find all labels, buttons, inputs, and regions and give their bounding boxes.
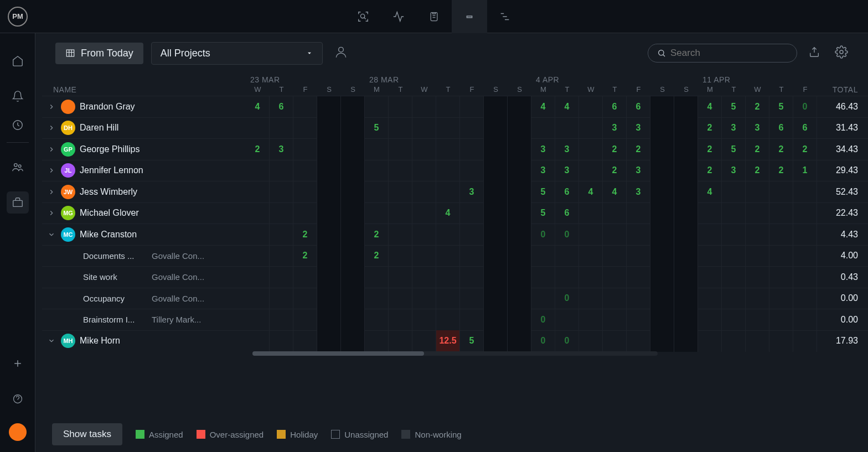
workload-cell[interactable]: 5 xyxy=(460,330,484,352)
workload-cell[interactable]: 6 xyxy=(769,117,793,139)
workload-cell[interactable] xyxy=(769,245,793,267)
workload-cell[interactable] xyxy=(317,330,341,352)
workload-cell[interactable] xyxy=(412,245,436,267)
chevron-right-icon[interactable] xyxy=(46,146,56,153)
workload-cell[interactable] xyxy=(341,202,365,224)
workload-cell[interactable]: 3 xyxy=(555,139,579,160)
workload-cell[interactable] xyxy=(341,160,365,181)
workload-cell[interactable] xyxy=(650,330,674,352)
workload-cell[interactable] xyxy=(436,117,460,139)
workload-cell[interactable] xyxy=(412,267,436,288)
workload-cell[interactable] xyxy=(769,330,793,352)
workload-cell[interactable] xyxy=(722,202,746,224)
workload-cell[interactable] xyxy=(293,267,317,288)
workload-cell[interactable] xyxy=(579,288,603,309)
workload-cell[interactable] xyxy=(769,288,793,309)
workload-cell[interactable]: 6 xyxy=(270,96,293,118)
workload-cell[interactable] xyxy=(674,309,698,331)
workload-cell[interactable]: 2 xyxy=(746,96,769,118)
workload-cell[interactable] xyxy=(603,288,627,309)
workload-cell[interactable] xyxy=(246,330,270,352)
workload-cell[interactable] xyxy=(698,202,722,224)
workload-cell[interactable]: 2 xyxy=(746,160,769,181)
chevron-down-icon[interactable] xyxy=(46,231,56,238)
workload-cell[interactable] xyxy=(389,160,412,181)
workload-cell[interactable] xyxy=(293,330,317,352)
workload-cell[interactable] xyxy=(674,267,698,288)
workload-cell[interactable] xyxy=(317,288,341,309)
chevron-right-icon[interactable] xyxy=(46,103,56,111)
workload-cell[interactable] xyxy=(508,117,531,139)
workload-cell[interactable] xyxy=(484,202,508,224)
workload-cell[interactable] xyxy=(365,330,389,352)
workload-cell[interactable]: 4 xyxy=(698,181,722,203)
workload-cell[interactable] xyxy=(793,267,817,288)
workload-cell[interactable] xyxy=(484,96,508,118)
workload-cell[interactable]: 4 xyxy=(555,96,579,118)
workload-cell[interactable] xyxy=(746,245,769,267)
chevron-down-icon[interactable] xyxy=(46,337,56,345)
home-icon[interactable] xyxy=(7,50,29,72)
workload-cell[interactable]: 3 xyxy=(722,117,746,139)
workload-cell[interactable]: 2 xyxy=(769,160,793,181)
workload-cell[interactable] xyxy=(746,330,769,352)
workload-cell[interactable]: 0 xyxy=(531,224,555,246)
plus-icon[interactable] xyxy=(7,352,29,375)
workload-cell[interactable] xyxy=(412,309,436,331)
subtask-name[interactable]: Brainstorm I... xyxy=(83,315,147,324)
workload-cell[interactable] xyxy=(246,267,270,288)
horizontal-scrollbar[interactable] xyxy=(252,351,658,356)
workload-cell[interactable] xyxy=(722,267,746,288)
workload-cell[interactable] xyxy=(555,267,579,288)
from-today-button[interactable]: From Today xyxy=(55,43,143,64)
workload-cell[interactable] xyxy=(341,288,365,309)
show-tasks-button[interactable]: Show tasks xyxy=(52,423,122,445)
workload-cell[interactable] xyxy=(293,309,317,331)
workload-cell[interactable] xyxy=(293,160,317,181)
workload-cell[interactable]: 4 xyxy=(698,96,722,118)
workload-cell[interactable] xyxy=(317,139,341,160)
workload-cell[interactable] xyxy=(793,245,817,267)
workload-cell[interactable] xyxy=(603,309,627,331)
clock-icon[interactable] xyxy=(7,121,29,143)
workload-cell[interactable]: 2 xyxy=(365,245,389,267)
user-avatar[interactable] xyxy=(9,423,27,441)
workload-cell[interactable] xyxy=(674,224,698,246)
workload-cell[interactable] xyxy=(484,117,508,139)
workload-cell[interactable] xyxy=(365,160,389,181)
person-name[interactable]: Daren Hill xyxy=(80,123,118,133)
workload-cell[interactable] xyxy=(460,96,484,118)
workload-cell[interactable]: 2 xyxy=(293,224,317,246)
workload-cell[interactable]: 6 xyxy=(793,117,817,139)
workload-cell[interactable] xyxy=(293,181,317,203)
workload-cell[interactable] xyxy=(246,309,270,331)
workload-cell[interactable] xyxy=(341,96,365,118)
workload-cell[interactable]: 4 xyxy=(436,202,460,224)
workload-cell[interactable] xyxy=(389,288,412,309)
workload-cell[interactable]: 2 xyxy=(698,139,722,160)
workload-cell[interactable]: 2 xyxy=(293,245,317,267)
workload-cell[interactable] xyxy=(627,202,650,224)
workload-cell[interactable]: 6 xyxy=(603,96,627,118)
workload-cell[interactable] xyxy=(436,139,460,160)
workload-cell[interactable] xyxy=(484,330,508,352)
workload-cell[interactable] xyxy=(650,288,674,309)
workload-cell[interactable] xyxy=(674,181,698,203)
chevron-right-icon[interactable] xyxy=(46,124,56,132)
workload-cell[interactable]: 5 xyxy=(365,117,389,139)
workload-cell[interactable] xyxy=(579,139,603,160)
workload-cell[interactable] xyxy=(412,96,436,118)
workload-cell[interactable]: 0 xyxy=(555,288,579,309)
workload-cell[interactable] xyxy=(508,330,531,352)
workload-cell[interactable] xyxy=(436,245,460,267)
workload-cell[interactable] xyxy=(484,288,508,309)
workload-cell[interactable] xyxy=(508,267,531,288)
workload-cell[interactable] xyxy=(389,224,412,246)
workload-cell[interactable]: 2 xyxy=(698,117,722,139)
workload-cell[interactable] xyxy=(579,202,603,224)
workload-cell[interactable] xyxy=(317,202,341,224)
person-filter-icon[interactable] xyxy=(330,41,352,65)
workload-cell[interactable]: 4 xyxy=(579,181,603,203)
workload-cell[interactable] xyxy=(579,96,603,118)
workload-cell[interactable] xyxy=(722,224,746,246)
